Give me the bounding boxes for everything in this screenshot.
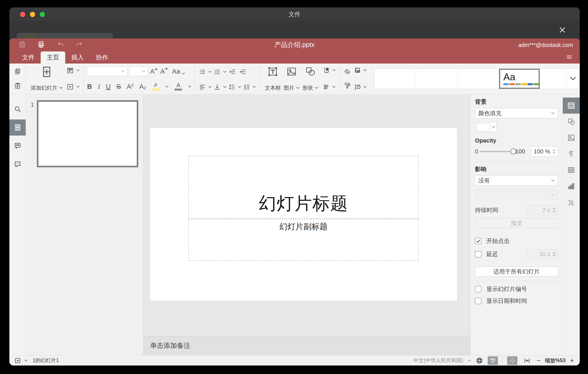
opacity-slider[interactable] <box>480 151 513 152</box>
slide-thumbnail[interactable] <box>37 100 138 167</box>
change-layout-button[interactable] <box>66 67 80 74</box>
tab-file[interactable]: 文件 <box>16 51 41 64</box>
add-slide-button[interactable]: 添加幻灯片 <box>29 65 64 92</box>
start-slideshow-button[interactable] <box>66 83 80 91</box>
fit-slide-icon[interactable] <box>507 356 517 365</box>
subscript-button[interactable]: A2 <box>139 83 146 90</box>
numbering-button[interactable] <box>214 68 227 75</box>
paragraph-settings-icon[interactable] <box>563 146 580 162</box>
insert-shape-button[interactable]: 形状 <box>301 65 320 92</box>
shape-settings-icon[interactable] <box>563 114 580 130</box>
highlight-color-button[interactable] <box>152 83 159 90</box>
superscript-button[interactable]: A2 <box>127 83 133 90</box>
change-case-button[interactable]: Aa <box>172 68 185 75</box>
document-language[interactable]: 中文(中华人民共和国) <box>413 357 463 364</box>
vertical-align-button[interactable] <box>214 83 227 91</box>
apply-to-all-slides-button[interactable]: 适用于所有幻灯片 <box>475 267 558 276</box>
start-slideshow-status-button[interactable] <box>14 357 21 364</box>
font-size-select[interactable] <box>130 67 148 76</box>
show-date-time-row: 显示日期和时间 <box>475 297 558 305</box>
bullets-button[interactable] <box>199 68 212 75</box>
chevron-down-icon[interactable] <box>24 360 28 362</box>
slide[interactable]: 幻灯片标题 幻灯片副标题 <box>150 128 457 301</box>
chevron-down-icon[interactable] <box>165 86 169 88</box>
zoom-in-button[interactable]: + <box>570 357 574 364</box>
strikethrough-button[interactable]: S <box>116 83 121 90</box>
slides-panel-icon[interactable] <box>9 120 26 136</box>
zoom-out-button[interactable]: − <box>537 357 541 364</box>
show-date-time-checkbox[interactable] <box>475 298 482 304</box>
ribbon-tabs: 文件 主页 插入 协作 <box>9 51 580 64</box>
set-language-icon[interactable] <box>476 357 483 364</box>
comments-icon[interactable] <box>9 138 26 154</box>
insert-textbox-button[interactable]: 文本框 <box>263 65 282 92</box>
fit-width-icon[interactable] <box>522 356 532 365</box>
start-on-click-checkbox[interactable] <box>475 238 482 244</box>
arrange-shape-button[interactable] <box>323 67 336 74</box>
subtitle-placeholder[interactable]: 幻灯片副标题 <box>188 219 419 261</box>
opacity-slider-knob[interactable] <box>511 149 516 154</box>
copy-button[interactable] <box>13 66 22 77</box>
textart-settings-icon[interactable] <box>563 194 580 210</box>
spellcheck-icon[interactable] <box>488 356 498 365</box>
opacity-input[interactable]: 100 % <box>531 146 558 157</box>
theme-thumbnail[interactable] <box>540 69 567 89</box>
insert-image-button[interactable]: 图片 <box>282 65 301 92</box>
theme-gallery-expand-button[interactable] <box>567 69 579 89</box>
chat-icon[interactable] <box>9 156 26 172</box>
search-icon[interactable] <box>9 101 26 117</box>
select-slide-size-button[interactable] <box>354 83 367 91</box>
tab-home[interactable]: 主页 <box>41 51 65 64</box>
theme-gallery: Aa <box>374 65 580 92</box>
clear-style-button[interactable] <box>343 67 352 77</box>
background-fill-select[interactable]: 颜色填充 <box>475 108 558 118</box>
paste-button[interactable] <box>13 81 22 91</box>
font-name-select[interactable] <box>87 67 127 76</box>
font-color-button[interactable]: A <box>175 82 182 91</box>
increase-indent-button[interactable] <box>239 67 247 77</box>
image-settings-icon[interactable] <box>563 130 580 146</box>
spinner-arrows[interactable] <box>553 149 556 154</box>
underline-button[interactable]: U <box>106 83 111 90</box>
close-editor-button[interactable] <box>557 25 567 35</box>
decrease-font-button[interactable]: A <box>160 67 165 75</box>
left-rail <box>9 94 26 355</box>
tab-insert[interactable]: 插入 <box>65 51 90 64</box>
italic-button[interactable]: I <box>98 83 100 90</box>
show-slide-number-checkbox[interactable] <box>475 286 482 292</box>
theme-thumbnail[interactable] <box>374 69 416 89</box>
slide-settings-icon[interactable] <box>563 98 580 114</box>
notes-area[interactable]: 单击添加备注 <box>143 336 470 355</box>
chevron-down-icon[interactable] <box>188 86 191 88</box>
menu-icon[interactable] <box>566 54 573 61</box>
toolbar-separator <box>83 66 84 91</box>
background-color-picker[interactable] <box>475 122 496 132</box>
panel-divider <box>475 162 558 162</box>
app-header-row: 产品介绍.pptx adm***@dootask.com <box>9 38 580 51</box>
theme-thumbnail[interactable] <box>458 69 499 89</box>
theme-sample-text: Aa <box>503 72 515 82</box>
decrease-indent-button[interactable] <box>228 67 237 77</box>
delay-checkbox[interactable] <box>475 251 482 257</box>
slide-thumbnail-number: 1 <box>31 101 34 108</box>
bold-button[interactable]: B <box>87 83 92 90</box>
effect-type-select <box>475 190 558 200</box>
slide-style-group <box>352 65 367 92</box>
columns-button[interactable] <box>243 83 256 91</box>
tab-collaboration[interactable]: 协作 <box>90 51 114 64</box>
presentation-editor-window: 文件 产品介绍.pptx adm***@dootask.com <box>9 7 580 365</box>
theme-thumbnail[interactable] <box>416 69 458 89</box>
chart-settings-icon[interactable] <box>563 178 580 194</box>
preview-button[interactable]: 预览 <box>475 218 558 228</box>
title-placeholder[interactable]: 幻灯片标题 <box>188 156 419 219</box>
change-color-scheme-button[interactable] <box>354 67 367 74</box>
align-shape-button[interactable] <box>323 83 336 91</box>
increase-font-button[interactable]: A <box>150 67 155 75</box>
effect-select[interactable]: 没有 <box>475 175 558 186</box>
table-settings-icon[interactable] <box>563 162 580 178</box>
duration-label: 持续时间 <box>475 206 498 214</box>
copy-style-button[interactable] <box>343 80 352 91</box>
line-spacing-button[interactable] <box>228 83 241 91</box>
theme-thumbnail-selected[interactable]: Aa <box>499 69 540 89</box>
horizontal-align-button[interactable] <box>199 83 212 91</box>
